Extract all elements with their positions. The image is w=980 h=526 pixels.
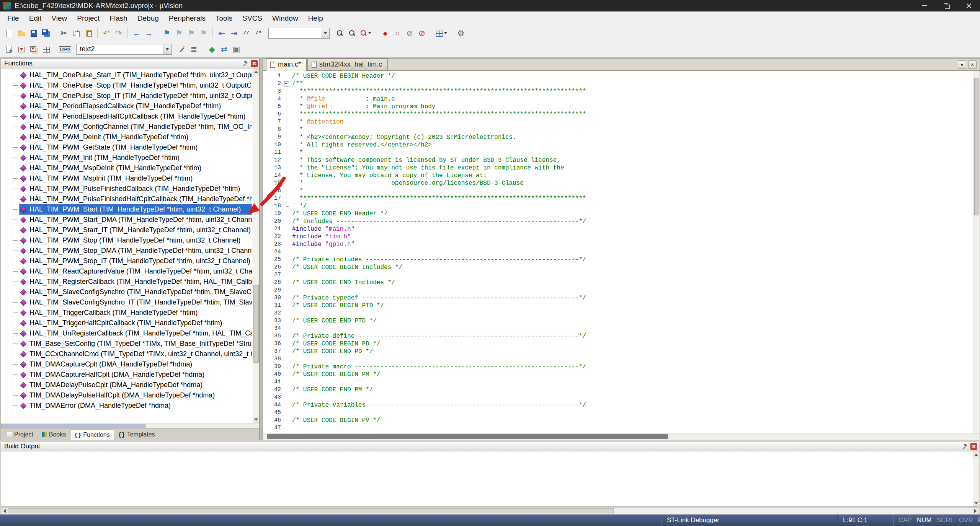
function-item[interactable]: TIM_DMACaptureHalfCplt (DMA_HandleTypeDe…: [1, 370, 252, 380]
target-dropdown-arrow-icon[interactable]: [163, 44, 172, 54]
menu-peripherals[interactable]: Peripherals: [164, 13, 211, 24]
editor-vertical-scrollbar[interactable]: [973, 71, 980, 433]
function-item[interactable]: HAL_TIM_PWM_Stop_IT (TIM_HandleTypeDef *…: [1, 256, 252, 266]
panel-tab-project[interactable]: Project: [3, 429, 38, 440]
navigate-forward-icon[interactable]: →: [143, 28, 155, 39]
function-item[interactable]: HAL_TIM_SlaveConfigSynchro (TIM_HandleTy…: [1, 287, 252, 297]
paste-icon[interactable]: [83, 28, 94, 39]
unindent-icon[interactable]: ⇤: [216, 28, 227, 39]
kill-all-breakpoints-icon[interactable]: ⊘: [416, 28, 428, 39]
functions-horizontal-scrollbar[interactable]: [1, 423, 259, 428]
menu-help[interactable]: Help: [303, 13, 328, 24]
undo-icon[interactable]: ↶: [101, 28, 112, 39]
target-select-combo[interactable]: text2: [76, 44, 172, 55]
function-item[interactable]: HAL_TIM_PWM_Start_IT (TIM_HandleTypeDef …: [1, 225, 252, 235]
comment-selection-icon[interactable]: //: [240, 28, 252, 39]
build-output-vertical-scrollbar[interactable]: [973, 451, 979, 506]
function-item[interactable]: HAL_TIM_PWM_Init (TIM_HandleTypeDef *hti…: [1, 153, 252, 163]
function-item[interactable]: HAL_TIM_UnRegisterCallback (TIM_HandleTy…: [1, 328, 252, 339]
function-item[interactable]: HAL_TIM_PWM_Stop_DMA (TIM_HandleTypeDef …: [1, 246, 252, 256]
function-item[interactable]: HAL_TIM_PWM_Stop (TIM_HandleTypeDef *hti…: [1, 235, 252, 246]
function-item[interactable]: HAL_TIM_PeriodElapsedHalfCpltCallback (T…: [1, 111, 252, 122]
insert-remove-breakpoint-icon[interactable]: ●: [379, 28, 391, 39]
batch-build-icon[interactable]: [40, 44, 52, 55]
find-icon[interactable]: [346, 28, 358, 39]
function-item[interactable]: HAL_TIM_PWM_Start (TIM_HandleTypeDef *ht…: [1, 204, 252, 215]
function-item[interactable]: TIM_DMACaptureCplt (DMA_HandleTypeDef *h…: [1, 359, 252, 370]
search-combo[interactable]: [268, 28, 330, 39]
menu-edit[interactable]: Edit: [24, 13, 47, 24]
function-item[interactable]: TIM_DMADelayPulseHalfCplt (DMA_HandleTyp…: [1, 390, 252, 401]
function-item[interactable]: HAL_TIM_PWM_Start_DMA (TIM_HandleTypeDef…: [1, 215, 252, 225]
scroll-down-icon[interactable]: [973, 500, 979, 506]
manage-run-time-environment-icon[interactable]: ◆: [206, 44, 218, 55]
fold-collapse-icon[interactable]: [283, 80, 290, 88]
navigate-back-icon[interactable]: ←: [131, 28, 142, 39]
active-files-dropdown-icon[interactable]: ▾: [958, 60, 966, 69]
manage-project-items-icon[interactable]: ≣: [188, 44, 200, 55]
clear-all-bookmarks-icon[interactable]: ⚑: [198, 28, 209, 39]
close-button[interactable]: [958, 0, 980, 11]
disable-all-breakpoints-icon[interactable]: ⊘: [404, 28, 415, 39]
menu-view[interactable]: View: [46, 13, 72, 24]
configure-icon[interactable]: ⚙: [455, 28, 467, 39]
function-item[interactable]: HAL_TIM_PWM_DeInit (TIM_HandleTypeDef *h…: [1, 132, 252, 142]
function-item[interactable]: HAL_TIM_TriggerCallback (TIM_HandleTypeD…: [1, 308, 252, 318]
function-item[interactable]: HAL_TIM_RegisterCallback (TIM_HandleType…: [1, 277, 252, 287]
save-all-icon[interactable]: [40, 28, 52, 39]
options-for-target-icon[interactable]: [176, 44, 188, 55]
scroll-right-icon[interactable]: [973, 508, 979, 514]
copy-icon[interactable]: [70, 28, 82, 39]
function-item[interactable]: TIM_CCxChannelCmd (TIM_TypeDef *TIMx, ui…: [1, 349, 252, 359]
editor-tab-mainc[interactable]: main.c*: [266, 59, 307, 71]
functions-vertical-scrollbar[interactable]: [253, 68, 259, 423]
panel-close-icon[interactable]: [251, 60, 258, 67]
search-input[interactable]: [269, 30, 321, 37]
indent-icon[interactable]: ⇥: [228, 28, 240, 39]
scrollbar-thumb[interactable]: [1, 424, 145, 428]
debug-windows-icon[interactable]: [434, 28, 449, 39]
next-bookmark-icon[interactable]: ⚑: [186, 28, 197, 39]
function-item[interactable]: HAL_TIM_OnePulse_Stop_IT (TIM_HandleType…: [1, 91, 252, 101]
editor-tab-stm32f4xxhaltimc[interactable]: stm32f4xx_hal_tim.c: [307, 59, 388, 70]
menu-tools[interactable]: Tools: [211, 13, 237, 24]
function-item[interactable]: TIM_DMAError (DMA_HandleTypeDef *hdma): [1, 401, 252, 411]
pack-installer-icon[interactable]: ⇄: [219, 44, 230, 55]
function-item[interactable]: HAL_TIM_PWM_PulseFinishedHalfCpltCallbac…: [1, 194, 252, 204]
function-item[interactable]: HAL_TIM_PWM_MspDeInit (TIM_HandleTypeDef…: [1, 163, 252, 173]
panel-tab-templates[interactable]: {}Templates: [114, 429, 159, 440]
rebuild-all-icon[interactable]: [28, 44, 39, 55]
panel-splitter[interactable]: [260, 58, 263, 440]
toggle-bookmark-icon[interactable]: ⚑: [161, 28, 173, 39]
close-file-icon[interactable]: ×: [968, 60, 977, 69]
find-in-files-icon[interactable]: [334, 28, 345, 39]
menu-svcs[interactable]: SVCS: [237, 13, 267, 24]
function-item[interactable]: HAL_TIM_PWM_GetState (TIM_HandleTypeDef …: [1, 142, 252, 153]
function-item[interactable]: TIM_Base_SetConfig (TIM_TypeDef *TIMx, T…: [1, 339, 252, 349]
scrollbar-thumb[interactable]: [974, 78, 979, 215]
new-file-icon[interactable]: [3, 28, 15, 39]
function-item[interactable]: HAL_TIM_TriggerHalfCpltCallback (TIM_Han…: [1, 318, 252, 328]
function-item[interactable]: HAL_TIM_PWM_MspInit (TIM_HandleTypeDef *…: [1, 173, 252, 184]
panel-tab-functions[interactable]: {}Functions: [70, 430, 114, 440]
open-file-icon[interactable]: [16, 28, 27, 39]
pin-icon[interactable]: [962, 443, 970, 450]
function-item[interactable]: HAL_TIM_OnePulse_Stop (TIM_HandleTypeDef…: [1, 80, 252, 91]
menu-window[interactable]: Window: [267, 13, 303, 24]
translate-file-icon[interactable]: [3, 44, 15, 55]
previous-bookmark-icon[interactable]: ⚑: [173, 28, 185, 39]
function-item[interactable]: HAL_TIM_PWM_ConfigChannel (TIM_HandleTyp…: [1, 122, 252, 132]
menu-file[interactable]: File: [2, 13, 24, 24]
redo-icon[interactable]: ↷: [113, 28, 124, 39]
scrollbar-thumb[interactable]: [8, 508, 614, 513]
panel-tab-books[interactable]: Books: [38, 429, 70, 440]
code-area[interactable]: 1/* USER CODE BEGIN Header */2/**3 *****…: [263, 71, 980, 433]
download-icon[interactable]: LOAD: [58, 44, 72, 55]
minimize-button[interactable]: [913, 0, 936, 11]
scrollbar-thumb[interactable]: [253, 285, 259, 363]
enable-disable-breakpoint-icon[interactable]: ○: [392, 28, 403, 39]
function-item[interactable]: HAL_TIM_PWM_PulseFinishedCallback (TIM_H…: [1, 184, 252, 194]
restore-button[interactable]: [936, 0, 958, 11]
function-item[interactable]: HAL_TIM_SlaveConfigSynchro_IT (TIM_Handl…: [1, 297, 252, 308]
function-item[interactable]: HAL_TIM_PeriodElapsedCallback (TIM_Handl…: [1, 101, 252, 111]
